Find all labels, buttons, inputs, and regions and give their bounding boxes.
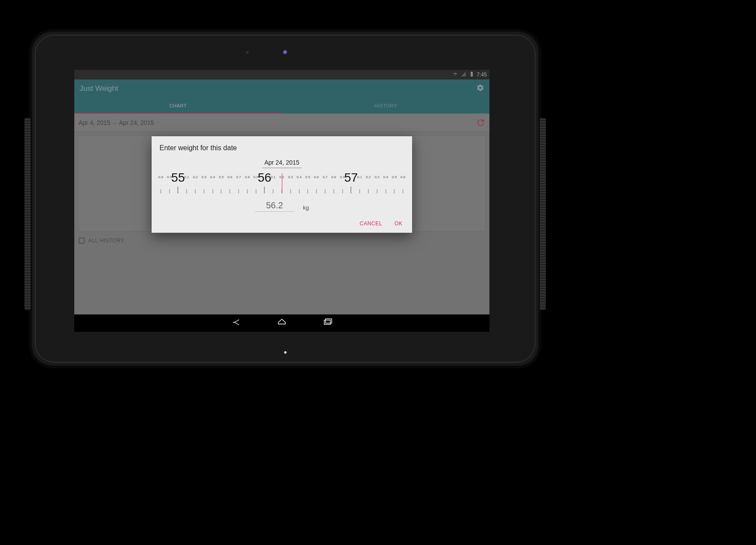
ruler-tick: 0.8 bbox=[158, 172, 165, 193]
svg-rect-0 bbox=[324, 320, 330, 324]
ruler-tick: 0.5 bbox=[390, 172, 399, 193]
ruler-tick: 0.6 bbox=[225, 172, 234, 193]
ruler-tick: 56 bbox=[260, 172, 269, 193]
ruler-tick: 0.8 bbox=[243, 172, 252, 193]
front-camera-icon bbox=[283, 50, 288, 55]
back-button[interactable] bbox=[231, 317, 242, 329]
ruler-tick: 0.6 bbox=[399, 172, 406, 193]
ruler-minor-label: 0.2 bbox=[193, 175, 198, 179]
ruler-tick: 0.4 bbox=[381, 172, 390, 193]
recent-icon bbox=[322, 317, 333, 328]
speaker-grille bbox=[540, 118, 546, 310]
system-nav-bar bbox=[74, 314, 489, 332]
tablet-device-frame: 7:45 Just Weight CHART HISTORY Apr 4, 20… bbox=[31, 31, 540, 367]
ruler-minor-label: 0.4 bbox=[297, 175, 302, 179]
weight-input-row: kg bbox=[152, 193, 412, 216]
ruler-minor-label: 0.5 bbox=[219, 175, 224, 179]
ruler-minor-label: 0.2 bbox=[366, 175, 371, 179]
svg-rect-1 bbox=[326, 319, 332, 323]
ruler-tick: 55 bbox=[174, 172, 183, 193]
ruler-tick: 0.1 bbox=[269, 172, 277, 193]
ruler-minor-label: 0.8 bbox=[331, 175, 336, 179]
ruler-minor-label: 0.6 bbox=[228, 175, 232, 179]
enter-weight-dialog: Enter weight for this date Apr 24, 2015 … bbox=[152, 136, 412, 233]
ruler-minor-label: 0.8 bbox=[158, 175, 163, 179]
ruler-minor-label: 0.7 bbox=[323, 175, 327, 179]
ruler-tick: 0.1 bbox=[355, 172, 364, 193]
ruler-minor-label: 0.6 bbox=[314, 175, 319, 179]
ruler-minor-label: 0.4 bbox=[210, 175, 215, 179]
ruler-tick: 0.6 bbox=[312, 172, 321, 193]
sensor-icon bbox=[246, 51, 249, 54]
ruler-tick: 0.1 bbox=[182, 172, 191, 193]
ruler-tick: 0.3 bbox=[286, 172, 295, 193]
dialog-date[interactable]: Apr 24, 2015 bbox=[152, 155, 412, 167]
underline bbox=[262, 168, 302, 168]
ruler-minor-label: 0.3 bbox=[375, 175, 379, 179]
ruler-tick: 0.5 bbox=[217, 172, 225, 193]
ruler-tick: 0.7 bbox=[321, 172, 329, 193]
recent-apps-button[interactable] bbox=[322, 317, 333, 329]
ruler-tick: 0.2 bbox=[364, 172, 373, 193]
ruler-minor-label: 0.1 bbox=[184, 175, 189, 179]
weight-input[interactable] bbox=[255, 200, 294, 212]
led-icon bbox=[284, 351, 287, 354]
dialog-title: Enter weight for this date bbox=[152, 136, 412, 155]
cancel-button[interactable]: CANCEL bbox=[360, 221, 382, 227]
ruler-minor-label: 0.1 bbox=[271, 175, 276, 179]
ruler-minor-label: 0.3 bbox=[288, 175, 293, 179]
ruler-minor-label: 0.6 bbox=[401, 175, 406, 179]
ruler-tick: 0.7 bbox=[234, 172, 243, 193]
back-icon bbox=[231, 317, 242, 328]
ruler-minor-label: 0.5 bbox=[305, 175, 310, 179]
ruler-minor-label: 0.3 bbox=[201, 175, 206, 179]
ruler-minor-label: 0.5 bbox=[392, 175, 397, 179]
ruler-minor-label: 0.7 bbox=[236, 175, 241, 179]
home-icon bbox=[277, 317, 287, 328]
ruler-tick: 0.4 bbox=[208, 172, 217, 193]
ruler-tick: 0.4 bbox=[295, 172, 304, 193]
unit-label: kg bbox=[303, 204, 309, 212]
ruler-tick: 0.3 bbox=[200, 172, 208, 193]
screen: 7:45 Just Weight CHART HISTORY Apr 4, 20… bbox=[74, 70, 489, 332]
ruler-tick: 57 bbox=[347, 172, 355, 193]
ruler-tick: 0.5 bbox=[303, 172, 312, 193]
speaker-grille bbox=[24, 118, 31, 310]
ruler-minor-label: 0.8 bbox=[245, 175, 250, 179]
ruler-minor-label: 0.4 bbox=[383, 175, 388, 179]
weight-ruler[interactable]: 0.80.9550.10.20.30.40.50.60.70.80.9560.1… bbox=[158, 172, 406, 193]
ruler-indicator bbox=[282, 173, 282, 193]
ruler-tick: 0.3 bbox=[373, 172, 381, 193]
dialog-actions: CANCEL OK bbox=[152, 216, 412, 233]
ruler-tick: 0.2 bbox=[191, 172, 200, 193]
ruler-minor-label: 0.1 bbox=[357, 175, 362, 179]
ok-button[interactable]: OK bbox=[395, 221, 402, 227]
modal-overlay[interactable]: Enter weight for this date Apr 24, 2015 … bbox=[74, 70, 489, 332]
home-button[interactable] bbox=[277, 317, 287, 329]
ruler-tick: 0.8 bbox=[329, 172, 338, 193]
